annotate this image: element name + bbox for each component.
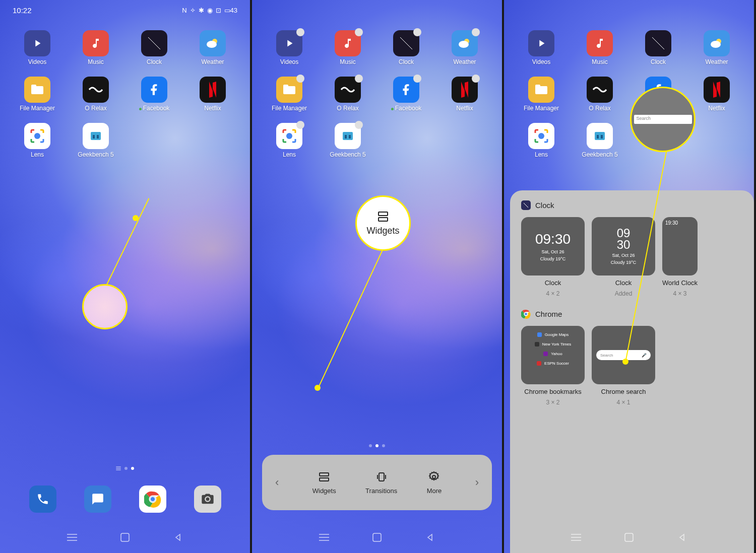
app-filemanager[interactable]: File Manager xyxy=(514,77,569,112)
nav-back[interactable] xyxy=(171,531,184,544)
widget-world-clock[interactable]: 19:30 World Clock 4 × 3 xyxy=(662,217,698,297)
app-lens[interactable]: Lens xyxy=(10,123,65,158)
app-netflix[interactable]: Netflix xyxy=(185,77,240,112)
nav-bar xyxy=(504,531,754,544)
more-icon xyxy=(428,471,440,483)
widget-clock-1[interactable]: 09:30Sat, Oct 26Cloudy 19°C Clock 4 × 2 xyxy=(521,217,585,297)
dock-chrome[interactable] xyxy=(139,486,166,513)
app-netflix[interactable]: Netflix xyxy=(689,77,744,112)
edit-panel: ‹ Widgets Transitions More › xyxy=(262,455,492,510)
panel-prev[interactable]: ‹ xyxy=(271,472,283,493)
svg-rect-24 xyxy=(349,135,351,139)
app-clock[interactable]: Clock xyxy=(379,30,433,65)
nav-recent[interactable] xyxy=(66,531,79,544)
app-orelax[interactable]: O Relax xyxy=(321,77,375,112)
app-facebook[interactable]: Facebook xyxy=(631,77,685,112)
widget-clock-2[interactable]: 0930Sat, Oct 26Cloudy 19°C Clock Added xyxy=(592,217,655,297)
app-grid: Videos Music Clock Weather File Manager … xyxy=(0,30,250,158)
svg-rect-8 xyxy=(97,135,99,139)
nav-bar xyxy=(252,531,502,544)
mic-icon: 🎤 xyxy=(642,353,647,358)
panel-more[interactable]: More xyxy=(427,471,442,495)
svg-rect-50 xyxy=(625,533,633,541)
app-lens[interactable]: Lens xyxy=(262,123,317,158)
nav-bar xyxy=(0,531,250,544)
app-orelax[interactable]: O Relax xyxy=(573,77,627,112)
svg-line-0 xyxy=(148,37,160,49)
app-facebook[interactable]: Facebook xyxy=(379,77,433,112)
nav-home[interactable] xyxy=(118,531,132,544)
svg-rect-42 xyxy=(597,135,599,139)
svg-rect-43 xyxy=(601,135,603,139)
app-geekbench[interactable]: Geekbench 5 xyxy=(69,123,123,158)
svg-rect-41 xyxy=(595,132,605,140)
app-clock[interactable]: Clock xyxy=(631,30,685,65)
signal-icon: ⊡ xyxy=(216,7,221,14)
app-weather[interactable]: Weather xyxy=(689,30,744,65)
nav-home[interactable] xyxy=(622,531,636,544)
highlight-line xyxy=(318,222,396,389)
widget-chrome-search[interactable]: Search🎤 Chrome search 4 × 1 xyxy=(592,326,655,406)
app-music[interactable]: Music xyxy=(321,30,375,65)
dock-camera[interactable] xyxy=(194,486,221,513)
app-clock[interactable]: Clock xyxy=(127,30,181,65)
clock-widgets-row: 09:30Sat, Oct 26Cloudy 19°C Clock 4 × 2 … xyxy=(521,217,743,297)
app-lens[interactable]: Lens xyxy=(514,123,569,158)
app-videos[interactable]: Videos xyxy=(10,30,65,65)
chrome-widgets-row: Google Maps New York Times Yahoo ESPN So… xyxy=(521,326,743,406)
svg-rect-20 xyxy=(283,85,288,88)
svg-rect-6 xyxy=(91,132,101,140)
nav-home[interactable] xyxy=(370,531,384,544)
panel-next[interactable]: › xyxy=(471,472,483,493)
svg-rect-33 xyxy=(379,212,388,216)
nfc-icon: N xyxy=(182,7,186,14)
svg-point-28 xyxy=(432,475,435,478)
nav-recent[interactable] xyxy=(570,531,583,544)
phone-screen-3: Videos Music Clock Weather File Manager … xyxy=(504,0,756,553)
svg-rect-39 xyxy=(535,85,540,88)
widget-chrome-bookmarks[interactable]: Google Maps New York Times Yahoo ESPN So… xyxy=(521,326,585,406)
app-weather[interactable]: Weather xyxy=(185,30,240,65)
nav-back[interactable] xyxy=(423,531,436,544)
app-music[interactable]: Music xyxy=(69,30,123,65)
clock-section-icon xyxy=(521,200,531,210)
battery-icon: ▭43 xyxy=(224,7,237,14)
app-netflix[interactable]: Netflix xyxy=(437,77,492,112)
wifi-icon: ◉ xyxy=(207,7,213,14)
app-grid: Videos Music Clock Weather File Manager … xyxy=(504,30,754,158)
page-indicator xyxy=(116,467,134,470)
app-orelax[interactable]: O Relax xyxy=(69,77,123,112)
app-geekbench[interactable]: Geekbench 5 xyxy=(573,123,627,158)
page-indicator xyxy=(369,444,385,447)
app-weather[interactable]: Weather xyxy=(437,30,492,65)
widget-picker[interactable]: Clock 09:30Sat, Oct 26Cloudy 19°C Clock … xyxy=(510,190,754,553)
svg-rect-27 xyxy=(379,473,384,481)
svg-rect-25 xyxy=(320,473,329,476)
nav-recent[interactable] xyxy=(318,531,331,544)
dock-phone[interactable] xyxy=(29,486,56,513)
widgets-icon xyxy=(318,471,330,483)
panel-widgets[interactable]: Widgets xyxy=(312,471,336,495)
dock-messages[interactable] xyxy=(84,486,111,513)
chrome-section-icon xyxy=(521,309,531,319)
svg-point-37 xyxy=(711,41,721,48)
panel-transitions[interactable]: Transitions xyxy=(365,471,397,495)
status-time: 10:22 xyxy=(13,6,32,15)
transitions-icon xyxy=(375,471,388,483)
svg-rect-34 xyxy=(379,218,388,221)
app-facebook[interactable]: Facebook xyxy=(127,77,181,112)
app-geekbench[interactable]: Geekbench 5 xyxy=(321,123,375,158)
svg-point-18 xyxy=(459,41,469,48)
app-videos[interactable]: Videos xyxy=(262,30,317,65)
svg-point-40 xyxy=(538,133,544,139)
app-filemanager[interactable]: File Manager xyxy=(262,77,317,112)
nav-back[interactable] xyxy=(675,531,688,544)
app-filemanager[interactable]: File Manager xyxy=(10,77,65,112)
widget-section-clock: Clock xyxy=(521,200,743,210)
svg-line-44 xyxy=(524,203,528,208)
app-videos[interactable]: Videos xyxy=(514,30,569,65)
highlight-longpress xyxy=(82,284,128,329)
svg-point-21 xyxy=(286,133,292,139)
app-music[interactable]: Music xyxy=(573,30,627,65)
vibrate-icon: ✧ xyxy=(190,7,196,14)
